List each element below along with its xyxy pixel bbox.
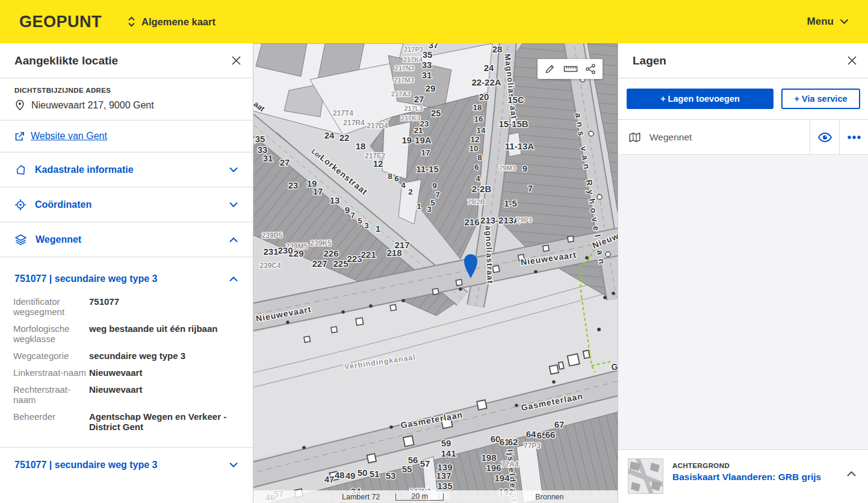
chevron-up-icon — [229, 237, 238, 243]
right-panel-header: Lagen — [618, 43, 868, 78]
house-number-label: 28 — [492, 44, 503, 54]
pencil-icon — [544, 63, 556, 75]
map-icon — [628, 131, 641, 143]
eye-icon — [817, 132, 832, 143]
map-toolbar — [538, 59, 603, 79]
house-number-label: 20 — [479, 92, 489, 102]
detail-row: Rechterstraat-naam Nieuwevaart — [13, 384, 238, 405]
house-number-label: 13 — [330, 195, 340, 205]
field-value: Agentschap Wegen en Verkeer - District G… — [89, 411, 238, 432]
left-panel-title: Aangeklikte locatie — [14, 54, 118, 67]
house-number-label: 15C — [507, 95, 524, 105]
house-number-label: 227 — [312, 258, 327, 269]
house-number-label: 239C4 — [259, 261, 281, 270]
chevron-up-icon — [229, 276, 238, 282]
house-number-label: 7 — [528, 183, 533, 193]
house-number-label: 21 — [414, 126, 423, 135]
house-number-label: 2 — [408, 187, 413, 196]
house-number-label: 221 — [361, 249, 376, 260]
via-service-button[interactable]: + Via service — [781, 89, 860, 109]
field-key: Morfologische wegklasse — [13, 323, 89, 344]
layer-row-wegennet[interactable]: Wegennet — [618, 120, 868, 155]
background-collapse-button[interactable] — [844, 468, 859, 480]
layers-panel: Lagen + Lagen toevoegen + Via service We… — [618, 43, 868, 503]
measure-tool-button[interactable] — [562, 63, 579, 75]
house-number-label: 35 — [255, 134, 265, 144]
section-kadastrale-informatie[interactable]: Kadastrale informatie — [0, 152, 253, 187]
house-number-label: 51 — [370, 469, 380, 479]
detail-row: Identificator wegsegment 751077 — [13, 296, 238, 317]
house-number-label: 9 — [345, 205, 350, 215]
house-number-label: 24 — [324, 130, 335, 140]
house-number-label: 8 — [477, 153, 482, 162]
house-number-label: 217K4 — [403, 56, 423, 63]
background-thumbnail[interactable] — [628, 458, 663, 494]
house-number-label: 14 — [476, 126, 486, 135]
draw-tool-button[interactable] — [543, 62, 557, 76]
house-number-label: 62 — [508, 437, 518, 447]
section-wegennet[interactable]: Wegennet — [0, 222, 253, 257]
add-layers-button[interactable]: + Lagen toevoegen — [627, 89, 773, 109]
house-number-label: 64 — [526, 429, 536, 439]
layer-actions-row: + Lagen toevoegen + Via service — [618, 78, 868, 120]
house-number-label: 67 — [554, 419, 565, 430]
road-segment-2-header[interactable]: 751077 | secundaire weg type 3 — [0, 448, 253, 483]
house-number-label: 66 — [545, 430, 556, 440]
field-key: Linkerstraat-naam — [13, 367, 89, 378]
geopunt-logo[interactable]: GEOPUNT — [19, 13, 102, 31]
house-number-label: 48 — [335, 470, 345, 480]
house-number-label: 18 — [356, 141, 366, 151]
house-number-label: 9 — [432, 181, 437, 190]
clicked-location-panel: Aangeklikte locatie DICHTSTBIJZIJNDE ADR… — [0, 43, 253, 503]
background-layer-name[interactable]: Basiskaart Vlaanderen: GRB grijs — [672, 472, 821, 483]
house-number-label: 18 — [473, 103, 482, 112]
house-number-label: 4 — [401, 181, 406, 190]
house-number-label: 239P5 — [262, 231, 283, 240]
top-bar: GEOPUNT Algemene kaart Menu — [0, 0, 868, 43]
house-number-label: 22 — [339, 133, 350, 143]
house-number-label: 56 — [408, 455, 418, 465]
chevron-down-icon — [840, 19, 849, 25]
house-number-label: 79M3 — [499, 164, 516, 172]
house-number-label: 33 — [422, 60, 432, 70]
house-number-label: 22-22A — [471, 77, 501, 87]
share-icon — [585, 63, 596, 75]
right-panel-title: Lagen — [633, 54, 666, 67]
house-number-label: 196 — [486, 463, 501, 473]
house-number-label: 225 — [333, 258, 348, 269]
left-panel-header: Aangeklikte locatie — [0, 43, 253, 78]
close-left-panel-button[interactable] — [228, 52, 244, 69]
ruler-icon — [563, 64, 578, 73]
close-layers-panel-button[interactable] — [843, 52, 860, 69]
sources-link[interactable]: Bronnen — [535, 493, 563, 501]
house-number-label: 55 — [402, 464, 412, 474]
layers-icon — [14, 234, 27, 246]
field-key: Wegcategorie — [13, 351, 89, 361]
section-coordinaten[interactable]: Coördinaten — [0, 187, 253, 222]
house-number-label: 50 — [358, 467, 368, 478]
layer-visibility-button[interactable] — [810, 120, 839, 154]
close-icon — [847, 55, 857, 66]
house-number-label: 29 — [426, 83, 436, 93]
menu-button[interactable]: Menu — [807, 16, 849, 28]
scale-bar: 20 m — [395, 493, 444, 501]
map-canvas[interactable]: aatLorkLorkenstraatMagnoliastraatMagnoli… — [253, 43, 618, 503]
street-label: G — [612, 362, 618, 372]
road-segment-header[interactable]: 751077 | secundaire weg type 3 — [0, 257, 253, 292]
website-link[interactable]: Website van Gent — [31, 131, 107, 142]
layer-more-options-button[interactable] — [839, 120, 868, 154]
background-label: ACHTERGROND — [672, 462, 821, 469]
house-number-label: 137 — [436, 470, 451, 481]
nearest-address-block: DICHTSTBIJZIJNDE ADRES Nieuwevaart 217, … — [0, 78, 253, 120]
house-number-label: 79P3 — [516, 216, 532, 223]
house-number-label: 24 — [484, 63, 494, 73]
detail-row: Morfologische wegklasse weg bestaande ui… — [13, 323, 238, 344]
field-key: Rechterstraat-naam — [13, 384, 89, 405]
house-number-label: 217M3 — [394, 77, 414, 84]
projection-label: Lambert 72 — [342, 493, 380, 501]
field-key: Beheerder — [13, 411, 89, 432]
share-tool-button[interactable] — [584, 62, 597, 76]
house-number-label: 231 — [263, 246, 278, 257]
map-switcher[interactable]: Algemene kaart — [127, 16, 215, 28]
house-number-label: 77A4 — [501, 460, 519, 469]
